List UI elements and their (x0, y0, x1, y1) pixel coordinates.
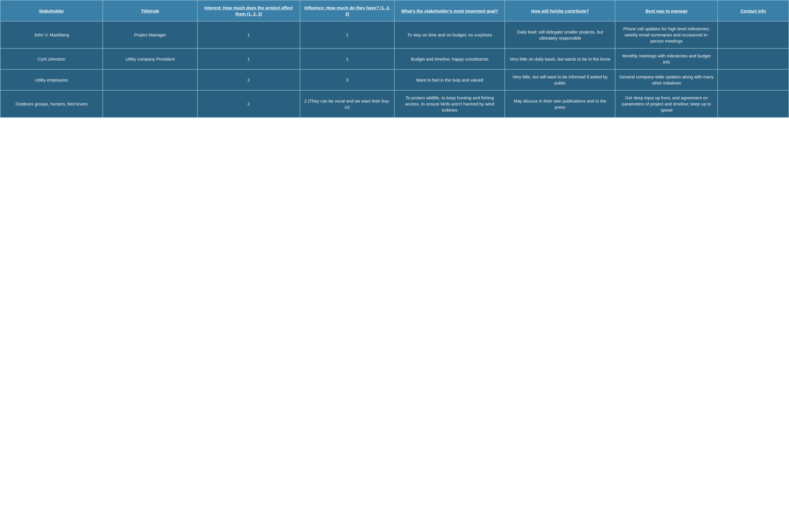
header-interest: Interest: How much does the project affe… (197, 0, 300, 21)
header-contact: Contact info (718, 0, 789, 21)
cell-stakeholder: Cyril Johnston (0, 49, 103, 69)
cell-influence: 1 (300, 21, 394, 49)
cell-manage: Get deep input up front, and agreement o… (615, 90, 718, 117)
cell-influence: 1 (300, 49, 394, 69)
table-row: John V. MashbergProject Manager11To stay… (0, 21, 789, 49)
stakeholder-table: Stakeholder Title/role Interest: How muc… (0, 0, 789, 118)
cell-manage: Monthly meetings with milestones and bud… (615, 49, 718, 69)
cell-influence: 2 (They can be vocal and we want their b… (300, 90, 394, 117)
cell-contribute: Very little, but will want to be informe… (505, 69, 615, 90)
cell-title: Project Manager (103, 21, 197, 49)
cell-stakeholder: John V. Mashberg (0, 21, 103, 49)
cell-contact (718, 90, 789, 117)
cell-contact (718, 49, 789, 69)
cell-contribute: Very little on daily basis, but wants to… (505, 49, 615, 69)
header-contribute: How will he/she contribute? (505, 0, 615, 21)
cell-stakeholder: Utility employees (0, 69, 103, 90)
cell-contribute: Daily lead; will delegate smaller projec… (505, 21, 615, 49)
cell-title (103, 69, 197, 90)
cell-interest: 1 (197, 21, 300, 49)
stakeholder-table-container: Stakeholder Title/role Interest: How muc… (0, 0, 789, 118)
header-row: Stakeholder Title/role Interest: How muc… (0, 0, 789, 21)
cell-manage: General company-wide updates along with … (615, 69, 718, 90)
header-goal: What's the stakeholder's most important … (394, 0, 505, 21)
cell-goal: To stay on time and on budget; no surpri… (394, 21, 505, 49)
cell-contact (718, 69, 789, 90)
table-row: Cyril JohnstonUtility company President1… (0, 49, 789, 69)
cell-contribute: May discuss in their own publications an… (505, 90, 615, 117)
header-title: Title/role (103, 0, 197, 21)
header-influence: Influence: How much do they have? (1, 2,… (300, 0, 394, 21)
table-row: Utility employees23Want to feel in the l… (0, 69, 789, 90)
cell-stakeholder: Outdoors groups, hunters, bird lovers (0, 90, 103, 117)
cell-contact (718, 21, 789, 49)
cell-goal: Want to feel in the loop and valued (394, 69, 505, 90)
cell-goal: Budget and timeline; happy constituents (394, 49, 505, 69)
header-manage: Best way to manage (615, 0, 718, 21)
cell-title (103, 90, 197, 117)
header-stakeholder: Stakeholder (0, 0, 103, 21)
cell-manage: Phone call updates for high level milest… (615, 21, 718, 49)
cell-influence: 3 (300, 69, 394, 90)
cell-interest: 2 (197, 69, 300, 90)
cell-goal: To protect wildlife, to keep hunting and… (394, 90, 505, 117)
cell-interest: 2 (197, 90, 300, 117)
cell-title: Utility company President (103, 49, 197, 69)
table-row: Outdoors groups, hunters, bird lovers22 … (0, 90, 789, 117)
cell-interest: 1 (197, 49, 300, 69)
